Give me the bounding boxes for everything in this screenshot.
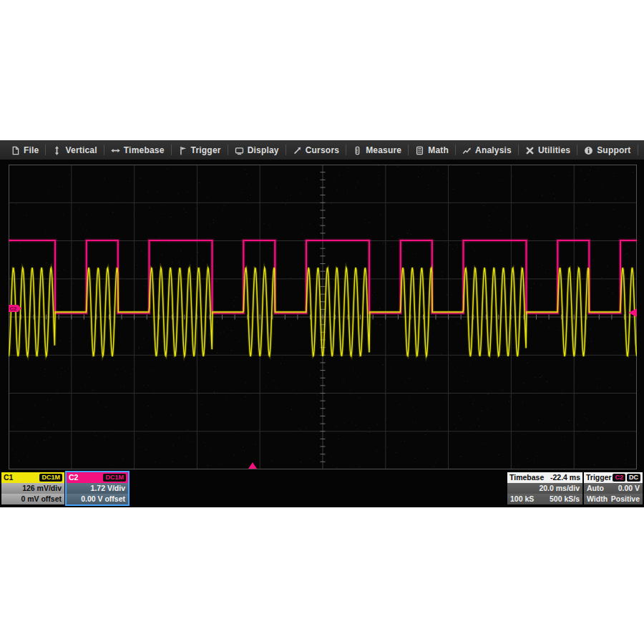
trigger-source-badge: C2 bbox=[613, 474, 625, 482]
menu-item-label: Display bbox=[248, 145, 279, 155]
menu-item-trigger[interactable]: Trigger bbox=[172, 140, 228, 160]
menu-item-label: Analysis bbox=[475, 145, 512, 155]
menu-item-label: Support bbox=[597, 145, 630, 155]
trigger-header: Trigger C2 DC bbox=[584, 472, 643, 483]
info-circle-icon bbox=[584, 145, 593, 155]
trigger-mode: Auto bbox=[587, 483, 604, 494]
trigger-descriptor-box[interactable]: Trigger C2 DC Auto 0.00 V Width Positive bbox=[584, 472, 643, 504]
file-icon bbox=[11, 145, 20, 155]
menu-item-cursors[interactable]: Cursors bbox=[286, 140, 346, 160]
trigger-level: 0.00 V bbox=[618, 483, 640, 494]
menu-item-file[interactable]: File bbox=[4, 140, 45, 160]
trigger-badges: C2 DC bbox=[613, 474, 640, 482]
menu-item-label: Vertical bbox=[65, 145, 97, 155]
channel-2-offset: 0.00 V offset bbox=[67, 494, 128, 504]
horizontal-arrows-icon bbox=[111, 145, 120, 155]
cursor-arrow-icon bbox=[293, 145, 302, 155]
wrench-cross-icon bbox=[525, 145, 535, 155]
channel-1-descriptor-box[interactable]: C1 DC1M 126 mV/div 0 mV offset bbox=[1, 472, 64, 504]
channel-2-name: C2 bbox=[69, 472, 78, 483]
timebase-samples: 100 kS bbox=[510, 494, 534, 504]
menu-item-math[interactable]: Math bbox=[409, 140, 455, 160]
monitor-icon bbox=[235, 145, 244, 155]
menu-item-measure[interactable]: Measure bbox=[346, 140, 408, 160]
trigger-type-row: Width Positive bbox=[584, 494, 643, 504]
channel-2-scale: 1.72 V/div bbox=[67, 483, 128, 494]
timebase-delay: -22.4 ms bbox=[550, 472, 580, 483]
menu-item-label: Math bbox=[428, 145, 449, 155]
timebase-sampling-row: 100 kS 500 kS/s bbox=[507, 494, 582, 504]
timebase-descriptor-box[interactable]: Timebase -22.4 ms 20.0 ms/div 100 kS 500… bbox=[507, 472, 582, 504]
calculator-icon bbox=[415, 145, 424, 155]
channel-1-header: C1 DC1M bbox=[1, 472, 64, 483]
menu-item-analysis[interactable]: Analysis bbox=[456, 140, 518, 160]
trigger-position-marker bbox=[248, 462, 257, 469]
chart-line-icon bbox=[462, 145, 472, 155]
menu-item-label: Timebase bbox=[124, 145, 165, 155]
descriptor-row: C1 DC1M 126 mV/div 0 mV offset C2 DC1M 1… bbox=[0, 470, 644, 507]
menu-item-timebase[interactable]: Timebase bbox=[104, 140, 171, 160]
menu-item-label: Cursors bbox=[306, 145, 339, 155]
menu-item-label: File bbox=[24, 145, 39, 155]
page-background: FileVerticalTimebaseTriggerDisplayCursor… bbox=[0, 0, 644, 644]
graticule bbox=[9, 165, 637, 469]
channel-2-header: C2 DC1M bbox=[67, 472, 128, 483]
menu-bar: FileVerticalTimebaseTriggerDisplayCursor… bbox=[0, 140, 644, 160]
flag-icon bbox=[178, 145, 187, 155]
waveform-display[interactable]: C2 bbox=[9, 165, 637, 469]
trigger-type: Width bbox=[587, 494, 608, 504]
menu-item-label: Utilities bbox=[538, 145, 570, 155]
trigger-slope: Positive bbox=[611, 494, 640, 504]
channel-1-scale: 126 mV/div bbox=[1, 483, 64, 494]
channel-2-coupling-badge: DC1M bbox=[103, 474, 126, 482]
timebase-label: Timebase bbox=[509, 472, 544, 483]
menu-item-label: Measure bbox=[366, 145, 401, 155]
oscilloscope-app: FileVerticalTimebaseTriggerDisplayCursor… bbox=[0, 140, 644, 507]
channel-1-name: C1 bbox=[4, 472, 13, 483]
trigger-mode-row: Auto 0.00 V bbox=[584, 483, 643, 494]
svg-text:C2: C2 bbox=[10, 306, 17, 312]
menu-item-support[interactable]: Support bbox=[577, 140, 637, 160]
menu-item-label: Trigger bbox=[191, 145, 221, 155]
ruler-icon bbox=[353, 145, 362, 155]
menu-item-vertical[interactable]: Vertical bbox=[46, 140, 103, 160]
channel-1-coupling-badge: DC1M bbox=[39, 474, 62, 482]
trigger-label: Trigger bbox=[586, 472, 612, 483]
timebase-sample-rate: 500 kS/s bbox=[550, 494, 580, 504]
timebase-scale: 20.0 ms/div bbox=[507, 483, 582, 494]
vertical-arrows-icon bbox=[52, 145, 62, 155]
menu-item-display[interactable]: Display bbox=[228, 140, 286, 160]
channel-1-offset: 0 mV offset bbox=[1, 494, 64, 504]
channel-2-descriptor-box[interactable]: C2 DC1M 1.72 V/div 0.00 V offset bbox=[65, 471, 130, 506]
trigger-coupling-badge: DC bbox=[627, 474, 640, 482]
timebase-header: Timebase -22.4 ms bbox=[507, 472, 582, 483]
menu-item-utilities[interactable]: Utilities bbox=[519, 140, 577, 160]
menu-divider bbox=[638, 145, 638, 155]
